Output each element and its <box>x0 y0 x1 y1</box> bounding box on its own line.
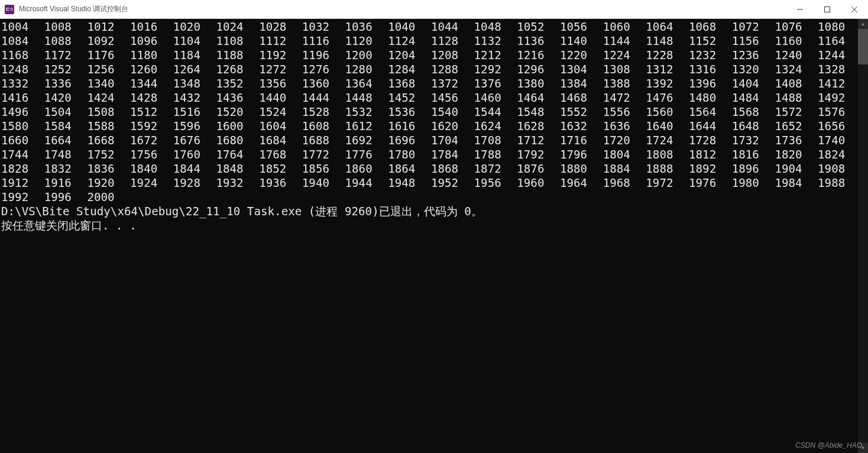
output-number: 1628 <box>517 119 560 134</box>
output-number: 1824 <box>818 148 858 162</box>
output-number: 1664 <box>44 134 88 148</box>
maximize-button[interactable] <box>814 0 841 19</box>
output-number: 1728 <box>689 134 732 148</box>
output-number: 1660 <box>1 134 44 148</box>
output-number: 1212 <box>474 48 517 63</box>
output-number: 1712 <box>517 134 560 148</box>
output-number: 1296 <box>517 63 560 77</box>
output-number: 1128 <box>431 34 474 48</box>
output-number: 1372 <box>431 77 474 91</box>
output-number: 1052 <box>517 20 560 34</box>
output-number: 1832 <box>44 162 88 176</box>
output-number: 1852 <box>259 162 302 176</box>
output-number: 1552 <box>560 105 603 119</box>
output-number: 1096 <box>130 34 173 48</box>
output-number: 1964 <box>560 176 603 190</box>
output-number: 1976 <box>689 176 732 190</box>
output-number: 1348 <box>173 77 216 91</box>
output-number: 1888 <box>646 162 689 176</box>
output-number: 1916 <box>44 176 88 190</box>
output-number: 1216 <box>517 48 560 63</box>
svg-rect-1 <box>825 7 830 12</box>
output-row: 1828183218361840184418481852185618601864… <box>1 162 858 176</box>
output-number: 1444 <box>302 91 345 105</box>
output-number: 1260 <box>130 63 173 77</box>
output-number: 1404 <box>732 77 775 91</box>
output-number: 1844 <box>173 162 216 176</box>
output-number: 1516 <box>173 105 216 119</box>
output-number: 1692 <box>345 134 388 148</box>
output-number: 1524 <box>259 105 302 119</box>
console-output[interactable]: 1004100810121016102010241028103210361040… <box>0 19 858 453</box>
output-number: 1080 <box>818 20 858 34</box>
close-button[interactable] <box>841 0 868 19</box>
output-number: 1020 <box>173 20 216 34</box>
vs-console-icon-label: C:\ <box>6 7 13 12</box>
output-number: 1656 <box>818 119 858 134</box>
output-number: 1840 <box>130 162 173 176</box>
output-number: 1980 <box>732 176 775 190</box>
output-number: 1884 <box>603 162 646 176</box>
minimize-button[interactable] <box>786 0 814 19</box>
output-number: 1620 <box>431 119 474 134</box>
output-number: 1788 <box>474 148 517 162</box>
output-number: 1688 <box>302 134 345 148</box>
output-number: 1780 <box>388 148 431 162</box>
output-number: 1344 <box>130 77 173 91</box>
output-number: 1064 <box>646 20 689 34</box>
output-number: 1792 <box>517 148 560 162</box>
output-number: 1412 <box>818 77 858 91</box>
output-number: 1016 <box>130 20 173 34</box>
output-number: 1632 <box>560 119 603 134</box>
output-number: 1224 <box>603 48 646 63</box>
output-number: 1092 <box>87 34 130 48</box>
output-row: 199219962000 <box>1 190 858 205</box>
output-number: 1452 <box>388 91 431 105</box>
console-area: 1004100810121016102010241028103210361040… <box>0 19 868 453</box>
output-number: 1740 <box>818 134 858 148</box>
output-number: 1804 <box>603 148 646 162</box>
output-number: 1448 <box>345 91 388 105</box>
output-row: 1084108810921096110411081112111611201124… <box>1 34 858 48</box>
scroll-up-button[interactable]: ▲ <box>858 19 868 29</box>
output-number: 1352 <box>216 77 259 91</box>
output-number: 1724 <box>646 134 689 148</box>
output-number: 1104 <box>173 34 216 48</box>
output-number: 1908 <box>818 162 858 176</box>
scroll-thumb[interactable] <box>858 29 868 64</box>
output-number: 1868 <box>431 162 474 176</box>
output-number: 1076 <box>775 20 818 34</box>
output-number: 1972 <box>646 176 689 190</box>
output-number: 1920 <box>87 176 130 190</box>
output-number: 1944 <box>345 176 388 190</box>
output-number: 1072 <box>732 20 775 34</box>
output-number: 1856 <box>302 162 345 176</box>
output-number: 1088 <box>44 34 88 48</box>
output-number: 1028 <box>259 20 302 34</box>
output-number: 1952 <box>431 176 474 190</box>
vertical-scrollbar[interactable]: ▲ ▼ <box>858 19 868 453</box>
output-number: 2000 <box>87 190 130 205</box>
output-number: 1240 <box>775 48 818 63</box>
output-number: 1576 <box>818 105 858 119</box>
output-number: 1276 <box>302 63 345 77</box>
output-row: 1496150415081512151615201524152815321536… <box>1 105 858 119</box>
output-number: 1736 <box>775 134 818 148</box>
output-number: 1164 <box>818 34 858 48</box>
output-number: 1892 <box>689 162 732 176</box>
output-number: 1648 <box>732 119 775 134</box>
output-row: 1416142014241428143214361440144414481452… <box>1 91 858 105</box>
output-number: 1248 <box>1 63 44 77</box>
output-number: 1068 <box>689 20 732 34</box>
output-number: 1548 <box>517 105 560 119</box>
output-number: 1540 <box>431 105 474 119</box>
output-number: 1144 <box>603 34 646 48</box>
output-number: 1472 <box>603 91 646 105</box>
output-number: 1056 <box>560 20 603 34</box>
output-number: 1684 <box>259 134 302 148</box>
output-number: 1720 <box>603 134 646 148</box>
output-number: 1172 <box>44 48 88 63</box>
output-number: 1324 <box>775 63 818 77</box>
output-number: 1304 <box>560 63 603 77</box>
output-number: 1532 <box>345 105 388 119</box>
